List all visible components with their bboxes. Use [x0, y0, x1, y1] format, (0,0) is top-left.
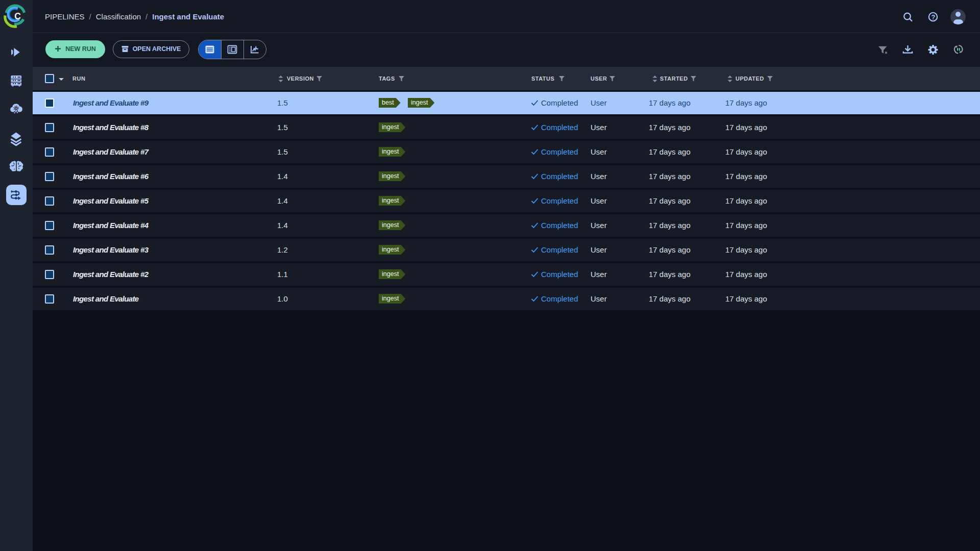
svg-text:C: C: [14, 11, 21, 21]
svg-text:?: ?: [931, 13, 935, 21]
